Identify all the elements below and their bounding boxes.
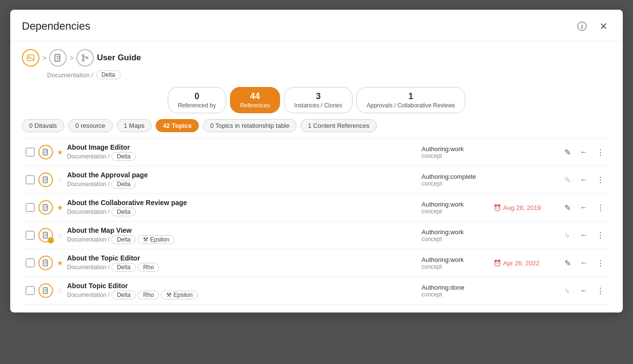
row-title-4: About the Topic Editor — [67, 254, 418, 262]
row-meta-2: Documentation / Delta — [67, 208, 418, 216]
tab-approvals[interactable]: 1 Approvals / Collaborative Reviews — [356, 87, 465, 113]
row-checkbox-4[interactable] — [26, 259, 35, 267]
row-actions-4: ✎ ← ⋮ — [561, 256, 607, 270]
filter-ditavals[interactable]: 0 Ditavals — [22, 119, 64, 132]
row-badge-rho-5: Rho — [138, 291, 159, 299]
row-doc-icon-3: 🔒 — [38, 228, 53, 243]
row-checkbox-2[interactable] — [26, 203, 35, 212]
star-icon-3[interactable]: ☆ — [57, 231, 63, 239]
filter-content-refs[interactable]: 1 Content References — [300, 119, 376, 132]
branch-icon-3[interactable]: ↳ — [561, 228, 574, 242]
checkout-icon-2[interactable]: ← — [577, 201, 591, 214]
lock-badge: 🔒 — [48, 237, 54, 243]
tab-references[interactable]: 44 References — [230, 87, 280, 113]
breadcrumb-chevron-1: > — [42, 54, 46, 62]
row-status-5: Authoring:done concept — [422, 284, 490, 298]
image-icon — [22, 49, 39, 67]
row-status-4: Authoring:work concept — [422, 256, 490, 270]
document-icon — [49, 49, 67, 67]
row-meta-1: Documentation / Delta — [67, 180, 418, 189]
row-badge-delta-2: Delta — [111, 208, 136, 216]
row-checkbox-1[interactable] — [26, 175, 35, 184]
more-icon-0[interactable]: ⋮ — [594, 145, 607, 159]
row-badge-delta-4: Delta — [111, 263, 136, 272]
row-checkbox-0[interactable] — [26, 148, 35, 156]
row-badge-epsilon-3: ⚒ Epsilon — [138, 235, 175, 244]
row-title-5: About Topic Editor — [67, 282, 418, 290]
tab-referenced-by[interactable]: 0 Referenced by — [168, 87, 226, 113]
modal-overlay: Dependencies ⓘ ✕ > > — [0, 0, 633, 364]
row-doc-icon-0 — [38, 145, 53, 159]
row-meta-0: Documentation / Delta — [67, 152, 418, 161]
checkout-icon-4[interactable]: ← — [577, 256, 591, 270]
more-icon-1[interactable]: ⋮ — [594, 173, 607, 187]
row-title-0: About Image Editor — [67, 143, 418, 151]
modal-header: Dependencies ⓘ ✕ — [10, 10, 623, 41]
row-actions-2: ✎ ← ⋮ — [561, 201, 607, 214]
row-title-3: About the Map View — [67, 226, 418, 234]
row-info-0: About Image Editor Documentation / Delta — [67, 143, 418, 161]
tab-group: 0 Referenced by 44 References 3 Instance… — [22, 87, 611, 113]
row-actions-1: ✎ ← ⋮ — [561, 173, 607, 187]
row-alarm-4: ⏰ Apr 26, 2022 — [493, 260, 557, 267]
more-icon-3[interactable]: ⋮ — [594, 228, 607, 242]
row-meta-5: Documentation / Delta Rho ⚒ Epsilon — [67, 291, 418, 299]
star-icon-1[interactable]: ☆ — [57, 176, 63, 184]
tab-label-2: Instances / Clones — [294, 102, 342, 109]
row-doc-icon-5 — [38, 283, 53, 298]
row-checkbox-5[interactable] — [26, 286, 35, 295]
row-status-1: Authoring:complete concept — [422, 173, 490, 187]
modal-title: Dependencies — [22, 20, 90, 33]
row-badge-delta-5: Delta — [111, 291, 136, 299]
filter-topics[interactable]: 42 Topics — [156, 119, 199, 132]
row-badge-delta-3: Delta — [111, 235, 136, 244]
tab-instances[interactable]: 3 Instances / Clones — [284, 87, 352, 113]
more-icon-4[interactable]: ⋮ — [594, 256, 607, 270]
filter-resource[interactable]: 0 resource — [68, 119, 112, 132]
branch-icon — [76, 49, 94, 67]
breadcrumb-chevron-2: > — [70, 54, 73, 62]
edit-icon-1[interactable]: ✎ — [561, 173, 574, 187]
filter-maps[interactable]: 1 Maps — [117, 119, 152, 132]
row-info-1: About the Approval page Documentation / … — [67, 171, 418, 189]
edit-icon-0[interactable]: ✎ — [561, 145, 574, 159]
checkout-icon-3[interactable]: ← — [577, 228, 591, 242]
alarm-icon-4: ⏰ — [493, 260, 501, 267]
branch-icon-5[interactable]: ↳ — [561, 284, 574, 297]
breadcrumb-badge: Delta — [96, 70, 121, 79]
row-badge-rho-4: Rho — [138, 263, 159, 272]
checkout-icon-5[interactable]: ← — [577, 284, 591, 297]
star-icon-0[interactable]: ★ — [57, 148, 63, 156]
row-info-5: About Topic Editor Documentation / Delta… — [67, 282, 418, 299]
row-checkbox-3[interactable] — [26, 231, 35, 240]
star-icon-5[interactable]: ☆ — [57, 287, 63, 295]
more-icon-5[interactable]: ⋮ — [594, 284, 607, 297]
more-icon-2[interactable]: ⋮ — [594, 201, 607, 214]
row-info-4: About the Topic Editor Documentation / D… — [67, 254, 418, 272]
svg-rect-0 — [27, 55, 34, 61]
row-doc-icon-1 — [38, 173, 53, 187]
filter-row: 0 Ditavals 0 resource 1 Maps 42 Topics 0… — [22, 119, 611, 132]
edit-icon-2[interactable]: ✎ — [561, 201, 574, 214]
filter-relationship[interactable]: 0 Topics in relationship table — [203, 119, 297, 132]
table-row: ★ About the Topic Editor Documentation /… — [22, 249, 611, 277]
svg-point-3 — [82, 54, 84, 56]
close-button[interactable]: ✕ — [596, 18, 611, 34]
star-icon-2[interactable]: ★ — [57, 204, 63, 211]
star-icon-4[interactable]: ★ — [57, 259, 63, 267]
tab-label-0: Referenced by — [178, 102, 216, 109]
table-container: ★ About Image Editor Documentation / Del… — [22, 138, 611, 305]
row-alarm-2: ⏰ Aug 28, 2019 — [493, 204, 557, 211]
edit-icon-4[interactable]: ✎ — [561, 256, 574, 270]
help-button[interactable]: ⓘ — [574, 18, 590, 34]
checkout-icon-0[interactable]: ← — [577, 145, 591, 159]
breadcrumb-sub: Documentation / Delta — [47, 70, 611, 79]
svg-point-4 — [82, 59, 84, 61]
help-icon: ⓘ — [577, 20, 587, 33]
row-meta-4: Documentation / Delta Rho — [67, 263, 418, 272]
table-row: ☆ About the Approval page Documentation … — [22, 166, 611, 194]
breadcrumb-sub-text: Documentation / — [47, 71, 93, 79]
row-status-2: Authoring:work concept — [422, 201, 490, 215]
checkout-icon-1[interactable]: ← — [577, 173, 591, 187]
row-actions-0: ✎ ← ⋮ — [561, 145, 607, 159]
